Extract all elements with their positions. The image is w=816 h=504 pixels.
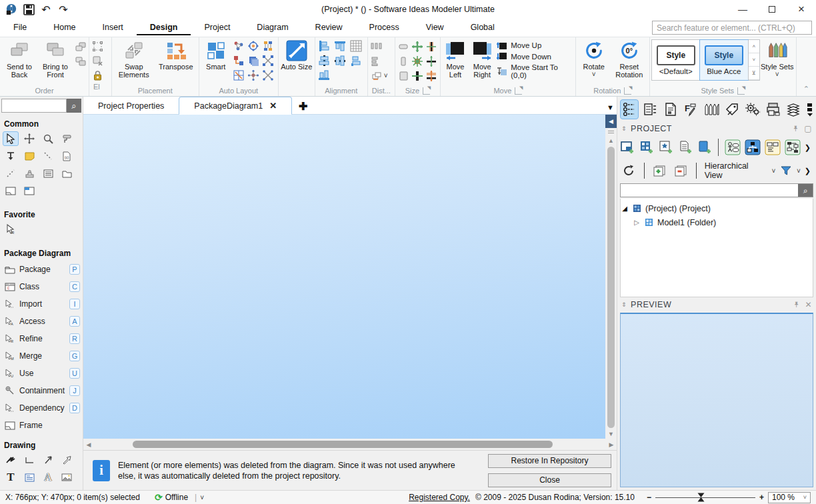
layers-icon[interactable] — [784, 99, 803, 119]
move-down-button[interactable]: Move Down — [497, 52, 573, 61]
gallery-expand-icon[interactable]: ⊻ — [749, 67, 759, 80]
fields-editor-icon[interactable]: F — [681, 99, 700, 119]
offline-status[interactable]: ⟳ Offline | ˅ — [155, 493, 204, 502]
collapse-all-icon[interactable] — [672, 162, 689, 179]
layout-circular-icon[interactable] — [247, 39, 260, 53]
new-tab-button[interactable]: ✚ — [292, 99, 314, 114]
lock-element-icon[interactable] — [91, 69, 104, 82]
layout-tree-icon[interactable] — [261, 39, 275, 53]
transform-element-icon[interactable] — [91, 40, 104, 53]
reset-rotation-button[interactable]: 0° Reset Rotation — [611, 38, 648, 82]
distribute-vertical-icon[interactable] — [370, 55, 383, 67]
style-sets-button[interactable]: Style Sets ˅ — [760, 38, 795, 82]
swap-elements-button[interactable]: Swap Elements — [113, 38, 155, 82]
align-top-icon[interactable] — [333, 39, 347, 53]
add-element-icon[interactable] — [659, 139, 674, 156]
flow-diagram-icon[interactable] — [785, 139, 801, 156]
refresh-icon[interactable] — [620, 162, 637, 179]
note-icon[interactable] — [21, 149, 37, 163]
pin-icon[interactable]: 🖈 — [792, 124, 801, 133]
expander-collapsed-icon[interactable]: ▷ — [633, 219, 641, 226]
menu-review[interactable]: Review — [302, 20, 356, 35]
add-diagram-icon[interactable] — [620, 139, 635, 156]
diagram-canvas[interactable] — [83, 115, 605, 439]
zoom-tool-icon[interactable] — [40, 131, 56, 146]
polyline-icon[interactable] — [21, 453, 37, 467]
tree-item-project[interactable]: ◢ (Project) (Project) — [621, 201, 813, 215]
smart-layout-button[interactable]: Smart — [201, 38, 231, 82]
frame-blue-shape-icon[interactable] — [21, 183, 37, 198]
close-button[interactable]: × — [787, 1, 816, 18]
cascade-icon[interactable]: ˅ — [370, 69, 390, 82]
vertical-scrollbar[interactable]: ◀ ▲ ▼ — [605, 115, 617, 439]
dotted-connector-icon[interactable] — [40, 149, 56, 163]
mockup-diagram-icon[interactable] — [765, 139, 781, 156]
auto-size-button[interactable]: Auto Size — [280, 38, 313, 82]
transpose-button[interactable]: Transpose — [155, 38, 197, 82]
text-block-icon[interactable] — [40, 166, 56, 181]
align-middle-icon[interactable] — [333, 54, 347, 67]
view-toolbar-overflow-icon[interactable]: ❯ — [805, 167, 813, 175]
panel-resize-icon[interactable]: ⇕ — [621, 125, 627, 132]
bring-forward-icon[interactable] — [74, 40, 87, 53]
restore-in-repository-button[interactable]: Restore In Repository — [488, 454, 611, 468]
maximize-button[interactable] — [757, 1, 787, 18]
filter-icon[interactable] — [779, 162, 793, 179]
tool-import[interactable]: Import I — [0, 295, 83, 313]
menu-diagram[interactable]: Diagram — [243, 20, 301, 35]
collapse-panel-icon[interactable]: ◀ — [605, 115, 617, 128]
layout-spread-icon[interactable] — [261, 69, 275, 82]
preview-resize-icon[interactable]: ⇕ — [621, 301, 627, 308]
style-item-blue-accent[interactable]: Style Blue Acce — [700, 40, 748, 80]
layout-layered-icon[interactable] — [247, 54, 260, 67]
print-icon[interactable] — [764, 99, 783, 119]
move-right-button[interactable]: Move Right — [469, 38, 495, 82]
move-up-button[interactable]: Move Up — [497, 41, 573, 50]
layout-partition-icon[interactable] — [232, 69, 245, 82]
image-icon[interactable] — [59, 470, 75, 485]
documentation-icon[interactable] — [661, 99, 680, 119]
text-tool-icon[interactable]: T — [3, 470, 19, 485]
feature-search-input[interactable] — [652, 21, 812, 35]
textbox-icon[interactable] — [21, 470, 37, 485]
scroll-up-icon[interactable]: ▲ — [608, 136, 614, 145]
vertical-scroll-thumb[interactable] — [607, 147, 615, 428]
ribbon-collapse-icon[interactable]: ⌃ — [797, 82, 816, 96]
insert-element-icon[interactable] — [3, 149, 19, 163]
layout-star-icon[interactable] — [247, 69, 260, 82]
gallery-scroll-up-icon[interactable]: ˄ — [749, 40, 759, 53]
scribble-icon[interactable] — [3, 453, 19, 467]
align-center-icon[interactable] — [317, 54, 331, 67]
layout-crossing-reduction-icon[interactable] — [261, 54, 275, 67]
usecase-diagram-icon[interactable] — [725, 139, 741, 156]
tab-close-icon[interactable]: ✕ — [269, 101, 277, 111]
menu-file[interactable]: File — [0, 20, 40, 35]
zoom-slider[interactable] — [655, 493, 755, 502]
dock-overflow-icon[interactable] — [805, 99, 815, 119]
format-painter-icon[interactable] — [59, 131, 75, 146]
grow-both-icon[interactable] — [411, 40, 424, 53]
toolbox-search-input[interactable] — [1, 99, 67, 113]
tool-refine[interactable]: R Refine R — [0, 330, 83, 347]
offline-chevron-icon[interactable]: ˅ — [200, 494, 204, 501]
pan-move-icon[interactable] — [21, 131, 37, 146]
stamp-icon[interactable] — [21, 166, 37, 181]
zoom-level-select[interactable]: 100 % ˅ — [768, 492, 811, 503]
settings-gears-icon[interactable] — [743, 99, 762, 119]
folder-tool-icon[interactable] — [59, 166, 75, 181]
horizontal-scrollbar[interactable]: ◀ ▶ — [83, 439, 617, 450]
tool-merge[interactable]: M Merge G — [0, 347, 83, 365]
tool-dependency[interactable]: Dependency D — [0, 399, 83, 417]
align-left-icon[interactable] — [317, 39, 331, 53]
align-bottom-icon[interactable] — [317, 69, 331, 82]
menu-process[interactable]: Process — [356, 20, 413, 35]
layout-orthogonal-icon[interactable] — [232, 54, 245, 67]
size-dialog-launcher-icon[interactable] — [423, 87, 430, 95]
filter-chevron-icon[interactable]: ˅ — [797, 167, 801, 175]
styles-pencils-icon[interactable] — [702, 99, 721, 119]
maximize-panel-icon[interactable]: ▢ — [804, 124, 812, 133]
close-notification-button[interactable]: Close — [488, 473, 611, 487]
view-mode-chevron-icon[interactable]: ˅ — [771, 167, 775, 175]
expand-all-icon[interactable] — [651, 162, 669, 179]
same-height-icon[interactable] — [397, 55, 410, 67]
